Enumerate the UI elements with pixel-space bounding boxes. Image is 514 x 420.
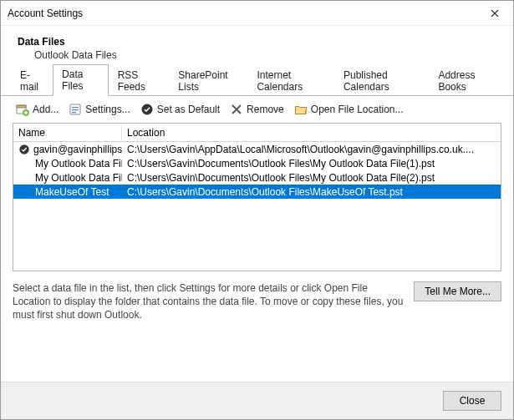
remove-icon [230, 103, 243, 116]
folder-icon [294, 103, 308, 116]
tab-email[interactable]: E-mail [11, 65, 53, 96]
data-file-list[interactable]: Name Location gavin@gavinphillips.c C:\U… [13, 123, 501, 271]
account-settings-window: Account Settings Data Files Outlook Data… [0, 0, 514, 420]
hint-area: Select a data file in the list, then cli… [1, 271, 513, 329]
tab-address-books[interactable]: Address Books [429, 65, 503, 96]
tab-rss-feeds[interactable]: RSS Feeds [109, 65, 170, 96]
svg-rect-1 [17, 105, 26, 108]
close-button[interactable]: Close [443, 391, 501, 411]
open-location-label: Open File Location... [311, 104, 404, 115]
open-location-button[interactable]: Open File Location... [291, 101, 407, 118]
svg-rect-5 [72, 109, 79, 110]
row-name: My Outlook Data Fil... [35, 172, 122, 184]
row-location: C:\Users\Gavin\Documents\Outlook Files\M… [122, 158, 501, 170]
header-subtitle: Outlook Data Files [18, 49, 496, 61]
settings-icon [69, 103, 82, 116]
row-location: C:\Users\Gavin\Documents\Outlook Files\M… [122, 172, 501, 184]
table-row[interactable]: MakeUseOf Test C:\Users\Gavin\Documents\… [13, 185, 501, 199]
window-title: Account Settings [8, 8, 83, 19]
tell-me-more-button[interactable]: Tell Me More... [414, 281, 501, 301]
hint-text: Select a data file in the list, then cli… [13, 281, 405, 322]
set-default-button[interactable]: Set as Default [137, 101, 223, 118]
settings-label: Settings... [85, 104, 130, 115]
add-button[interactable]: Add... [13, 101, 62, 118]
add-icon [16, 103, 29, 116]
table-row[interactable]: My Outlook Data Fil... C:\Users\Gavin\Do… [13, 156, 501, 170]
header-title: Data Files [18, 36, 496, 48]
titlebar: Account Settings [1, 1, 513, 26]
row-location: C:\Users\Gavin\AppData\Local\Microsoft\O… [122, 144, 501, 155]
column-location[interactable]: Location [122, 124, 501, 141]
add-label: Add... [33, 104, 59, 115]
remove-label: Remove [247, 104, 284, 115]
column-name[interactable]: Name [13, 124, 122, 141]
table-row[interactable]: My Outlook Data Fil... C:\Users\Gavin\Do… [13, 170, 501, 185]
tab-sharepoint-lists[interactable]: SharePoint Lists [169, 65, 247, 96]
row-name: gavin@gavinphillips.c [33, 144, 122, 155]
settings-button[interactable]: Settings... [65, 101, 133, 118]
svg-rect-4 [72, 107, 79, 108]
default-check-icon [18, 144, 30, 155]
tab-internet-calendars[interactable]: Internet Calendars [247, 65, 334, 96]
table-row[interactable]: gavin@gavinphillips.c C:\Users\Gavin\App… [13, 142, 501, 156]
toolbar: Add... Settings... Set as Default Remove… [1, 96, 513, 123]
set-default-label: Set as Default [157, 104, 220, 115]
row-location: C:\Users\Gavin\Documents\Outlook Files\M… [122, 186, 501, 198]
close-icon [491, 9, 499, 18]
svg-rect-6 [72, 112, 76, 113]
tab-strip: E-mail Data Files RSS Feeds SharePoint L… [1, 76, 513, 96]
tab-data-files[interactable]: Data Files [53, 64, 109, 96]
row-name: My Outlook Data Fil... [35, 158, 122, 170]
row-name: MakeUseOf Test [35, 186, 109, 198]
footer: Close [1, 382, 513, 419]
remove-button[interactable]: Remove [226, 101, 288, 118]
list-header: Name Location [13, 124, 501, 142]
tab-published-calendars[interactable]: Published Calendars [334, 65, 429, 96]
window-close-button[interactable] [476, 1, 513, 26]
checkmark-icon [140, 103, 154, 116]
